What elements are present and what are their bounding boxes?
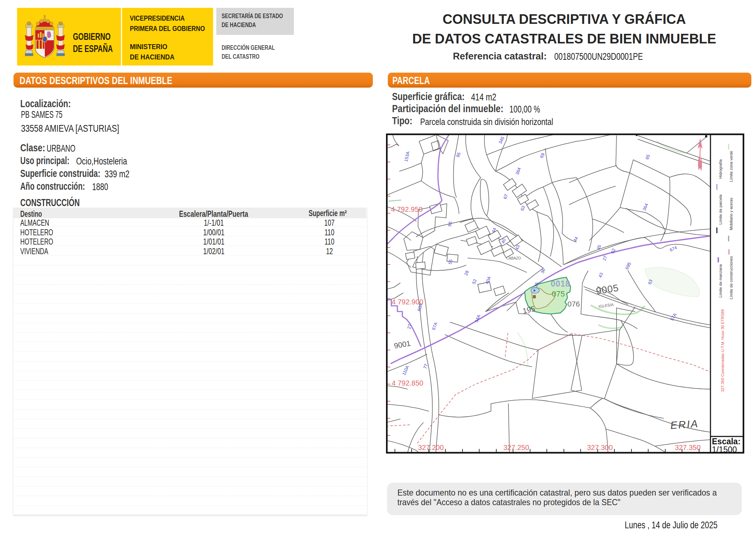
svg-text:327.300: 327.300	[587, 444, 613, 451]
svg-text:075: 075	[552, 289, 565, 298]
svg-text:ERIA: ERIA	[670, 418, 699, 431]
svg-text:Límite de construcciones: Límite de construcciones	[729, 256, 733, 299]
svg-text:327.200: 327.200	[418, 444, 444, 451]
svg-text:327.250: 327.250	[503, 444, 529, 451]
svg-text:Límite zona verde: Límite zona verde	[729, 151, 733, 182]
svg-text:327.350: 327.350	[675, 444, 701, 451]
svg-text:327.350 Coordenadas U.T.M. Hus: 327.350 Coordenadas U.T.M. Huso 30 ETRS8…	[720, 309, 725, 392]
svg-text:CABAZO: CABAZO	[506, 256, 521, 260]
svg-text:Mobiliario y aceras: Mobiliario y aceras	[729, 198, 733, 230]
svg-text:4 792.850: 4 792.850	[392, 379, 423, 387]
svg-text:Límite de manzana: Límite de manzana	[718, 264, 723, 298]
svg-text:55: 55	[448, 259, 453, 265]
svg-text:4 792.950: 4 792.950	[391, 205, 423, 213]
svg-text:Límite de parcela: Límite de parcela	[718, 194, 723, 225]
svg-text:0018: 0018	[551, 279, 570, 288]
svg-text:076: 076	[567, 300, 580, 308]
svg-text:Hidrografía: Hidrografía	[718, 159, 723, 179]
